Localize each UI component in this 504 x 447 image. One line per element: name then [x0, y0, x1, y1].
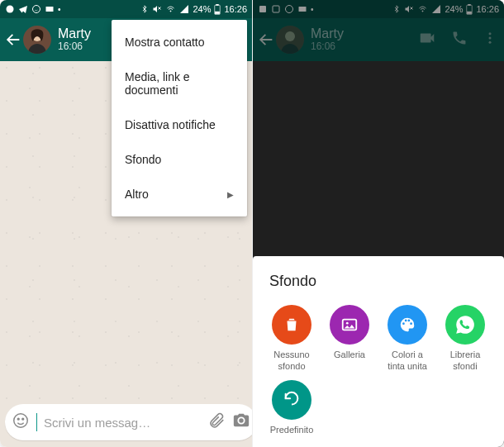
sheet-title: Sfondo	[264, 273, 492, 290]
bluetooth-icon	[392, 4, 401, 14]
battery-icon	[214, 4, 221, 15]
svg-point-1	[33, 6, 40, 13]
option-solid-colors[interactable]: Colori a tinta unita	[380, 305, 435, 371]
menu-mute[interactable]: Disattiva notifiche	[112, 107, 247, 142]
option-none[interactable]: Nessuno sfondo	[264, 305, 319, 371]
overflow-button[interactable]	[483, 29, 497, 50]
wifi-icon	[165, 4, 176, 14]
wifi-icon	[417, 4, 428, 14]
paperclip-icon	[207, 411, 226, 430]
svg-point-5	[170, 11, 171, 12]
trash-icon	[283, 316, 301, 334]
telegram-icon	[18, 4, 28, 14]
menu-more[interactable]: Altro▶	[112, 177, 247, 212]
arrow-left-icon	[257, 31, 275, 49]
mute-icon	[152, 4, 162, 14]
menu-media[interactable]: Media, link e documenti	[112, 59, 247, 107]
camera-icon	[232, 411, 250, 430]
svg-rect-7	[216, 4, 219, 5]
contact-last-seen: 16:06	[311, 41, 418, 53]
svg-rect-23	[468, 12, 472, 14]
battery-icon	[466, 4, 473, 15]
status-bar: • 24% 16:26	[253, 0, 504, 18]
app-icon	[5, 4, 15, 14]
svg-rect-15	[273, 6, 279, 12]
menu-item-label: Mostra contatto	[125, 36, 205, 49]
overflow-menu: Mostra contatto Media, link e documenti …	[112, 20, 247, 216]
option-label: Nessuno sfondo	[273, 350, 309, 371]
more-vert-icon	[483, 29, 497, 47]
option-label: Libreria sfondi	[450, 350, 481, 371]
bluetooth-icon	[140, 4, 149, 14]
screen-chat-menu: • 24% 16:26 Marty 16:06	[0, 0, 252, 447]
avatar[interactable]	[23, 26, 51, 54]
chat-header: Marty 16:06	[253, 18, 504, 61]
screenshot-icon	[258, 4, 268, 14]
svg-point-16	[286, 6, 293, 13]
menu-item-label: Altro	[125, 188, 149, 201]
menu-item-label: Media, link e documenti	[125, 70, 234, 97]
smile-icon	[12, 411, 30, 430]
menu-item-label: Disattiva notifiche	[125, 118, 216, 131]
option-default[interactable]: Predefinito	[264, 380, 319, 435]
svg-rect-8	[216, 12, 220, 14]
whatsapp-icon	[454, 314, 476, 335]
signal-icon	[179, 4, 189, 14]
svg-point-11	[14, 414, 28, 428]
arrow-left-icon	[4, 31, 22, 49]
option-wallpaper-lib[interactable]: Libreria sfondi	[438, 305, 492, 371]
menu-view-contact[interactable]: Mostra contatto	[112, 25, 247, 59]
avatar[interactable]	[276, 26, 304, 54]
attach-button[interactable]	[207, 411, 226, 433]
message-input-pill[interactable]	[5, 404, 252, 440]
option-gallery[interactable]: Galleria	[322, 305, 377, 371]
video-call-button[interactable]	[418, 29, 436, 50]
svg-point-12	[17, 418, 19, 420]
text-cursor	[36, 413, 37, 431]
whatsapp-icon	[31, 4, 41, 14]
svg-point-13	[22, 418, 24, 420]
undo-icon	[283, 391, 301, 409]
contact-name: Marty	[311, 26, 418, 41]
svg-point-20	[422, 11, 423, 12]
option-label: Colori a tinta unita	[388, 350, 427, 371]
chevron-right-icon: ▶	[227, 190, 234, 199]
status-bar: • 24% 16:26	[0, 0, 252, 18]
message-input[interactable]	[44, 416, 201, 430]
option-label: Galleria	[334, 350, 365, 360]
option-label: Predefinito	[270, 425, 314, 435]
video-icon	[418, 29, 436, 47]
svg-point-0	[7, 6, 14, 13]
image-icon	[340, 316, 359, 334]
camera-button[interactable]	[232, 411, 250, 433]
battery-pct: 24%	[445, 4, 463, 14]
svg-point-30	[346, 322, 349, 325]
phone-icon	[451, 30, 468, 46]
more-notif-icon: •	[311, 5, 314, 14]
svg-rect-2	[46, 7, 54, 12]
svg-point-28	[489, 41, 492, 44]
clock: 16:26	[224, 4, 247, 14]
svg-point-27	[489, 37, 492, 40]
signal-icon	[431, 4, 441, 14]
screen-wallpaper-sheet: • 24% 16:26 Marty 16:06	[252, 0, 504, 447]
contact-info[interactable]: Marty 16:06	[311, 26, 418, 53]
whatsapp-icon	[284, 4, 294, 14]
svg-rect-14	[259, 6, 266, 12]
svg-rect-17	[299, 7, 307, 12]
composer	[0, 401, 252, 447]
svg-rect-22	[468, 4, 471, 5]
menu-wallpaper[interactable]: Sfondo	[112, 142, 247, 177]
palette-icon	[398, 316, 416, 334]
svg-point-26	[489, 32, 492, 35]
screenshot-icon	[271, 4, 281, 14]
voice-call-button[interactable]	[451, 30, 468, 50]
more-notif-icon: •	[58, 5, 61, 14]
back-button[interactable]	[256, 31, 276, 49]
emoji-button[interactable]	[12, 411, 30, 433]
menu-item-label: Sfondo	[125, 153, 161, 166]
svg-point-25	[285, 31, 295, 41]
back-button[interactable]	[3, 31, 23, 49]
mail-icon	[45, 4, 55, 14]
clock: 16:26	[476, 4, 499, 14]
